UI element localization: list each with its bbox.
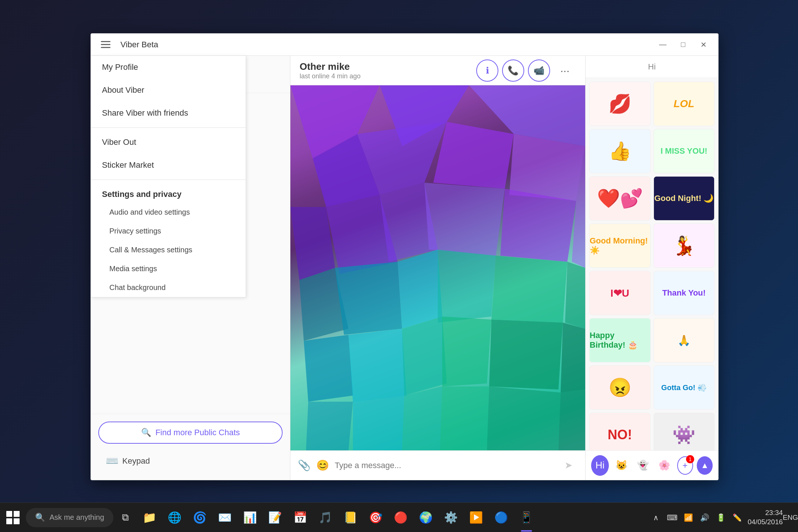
maximize-button[interactable]: □	[674, 37, 692, 52]
svg-marker-26	[353, 396, 404, 450]
time-display: 23:34	[748, 508, 783, 518]
menu-media[interactable]: Media settings	[91, 259, 246, 278]
taskbar-app3[interactable]: 🔴	[389, 503, 413, 532]
tray-pen[interactable]: ✏️	[731, 511, 744, 524]
taskbar: 🔍 Ask me anything ⧉ 📁 🌐 🌀 ✉️ 📊 📝 📅 🎵 📒 🎯…	[0, 502, 798, 532]
more-button[interactable]: ···	[554, 59, 576, 82]
system-tray: ∧ ⌨ 📶 🔊 🔋 ✏️	[646, 511, 748, 524]
sticker-please[interactable]: 🙏	[654, 318, 715, 362]
svg-marker-24	[561, 323, 586, 392]
menu-call-messages[interactable]: Call & Messages settings	[91, 241, 246, 259]
sticker-angry[interactable]: 😠	[589, 365, 651, 410]
svg-marker-28	[440, 386, 489, 450]
sticker-monster[interactable]: 👾	[654, 413, 715, 450]
taskbar-app2[interactable]: 🎯	[364, 503, 388, 532]
taskbar-notepad[interactable]: 📒	[339, 503, 362, 532]
title-bar: Viber Beta — □ ✕	[91, 34, 718, 56]
taskbar-calendar[interactable]: 📅	[289, 503, 312, 532]
taskbar-app1[interactable]: 🎵	[314, 503, 337, 532]
sticker-hi[interactable]: 👍	[589, 129, 651, 173]
tray-power[interactable]: 🔋	[715, 511, 728, 524]
message-input[interactable]	[335, 461, 554, 470]
tray-arrow[interactable]: ∧	[649, 511, 663, 524]
chat-area: Other mike last online 4 min ago ℹ 📞 📹 ·…	[290, 56, 585, 480]
taskbar-ie[interactable]: 🌀	[188, 503, 212, 532]
attachment-icon[interactable]: 📎	[298, 459, 311, 471]
svg-marker-17	[491, 256, 567, 323]
sticker-goodmorning[interactable]: Good Morning! ☀️	[589, 224, 651, 268]
sticker-dance[interactable]: 💃	[654, 224, 715, 268]
menu-privacy[interactable]: Privacy settings	[91, 222, 246, 241]
taskbar-chrome[interactable]: 🌍	[414, 503, 438, 532]
emoji-icon[interactable]: 😊	[316, 459, 329, 471]
sticker-lips[interactable]: 💋	[589, 82, 651, 126]
menu-viber-out[interactable]: Viber Out	[91, 131, 246, 154]
chat-input-bar: 📎 😊 ➤	[290, 450, 585, 480]
menu-about-viber[interactable]: About Viber	[91, 79, 246, 102]
menu-chat-background[interactable]: Chat background	[91, 278, 246, 297]
sticker-add-button[interactable]: + 1	[677, 456, 693, 475]
windows-button[interactable]	[0, 503, 26, 532]
chat-bg-svg	[290, 85, 585, 450]
svg-marker-30	[558, 389, 585, 450]
sticker-lol[interactable]: LOL	[654, 82, 715, 126]
app-title: Viber Beta	[120, 40, 158, 50]
find-public-chats-button[interactable]: 🔍 Find more Public Chats	[98, 422, 283, 444]
taskbar-powerpoint[interactable]: 📊	[238, 503, 262, 532]
sticker-birthday[interactable]: Happy Birthday! 🎂	[589, 318, 651, 362]
windows-logo	[6, 511, 20, 524]
menu-audio-video[interactable]: Audio and video settings	[91, 203, 246, 222]
menu-button[interactable]	[96, 35, 115, 54]
svg-marker-27	[402, 386, 442, 450]
taskbar-time[interactable]: 23:34 04/05/2016	[748, 508, 783, 526]
tray-network[interactable]: 📶	[682, 511, 695, 524]
svg-marker-18	[565, 262, 585, 329]
tray-volume[interactable]: 🔊	[698, 511, 712, 524]
taskbar-edge[interactable]: 🌐	[163, 503, 187, 532]
sticker-miss[interactable]: I MISS YOU!	[654, 129, 715, 173]
chat-background	[290, 85, 585, 450]
cortana-search[interactable]: 🔍 Ask me anything	[26, 508, 113, 527]
sticker-love[interactable]: I❤U	[589, 271, 651, 315]
tray-keyboard[interactable]: ⌨	[666, 511, 679, 524]
send-button[interactable]: ➤	[559, 456, 578, 475]
taskbar-file-explorer[interactable]: 📁	[138, 503, 161, 532]
sticker-thankyou[interactable]: Thank You!	[654, 271, 715, 315]
sticker-hearts[interactable]: ❤️💕	[589, 176, 651, 221]
taskbar-language[interactable]: ENG	[783, 514, 798, 522]
minimize-button[interactable]: —	[654, 37, 672, 52]
chat-header: Other mike last online 4 min ago ℹ 📞 📹 ·…	[290, 56, 585, 85]
svg-marker-23	[489, 320, 563, 389]
date-display: 04/05/2016	[748, 518, 783, 527]
taskbar-word[interactable]: 📝	[263, 503, 287, 532]
taskbar-settings[interactable]: ⚙️	[439, 503, 463, 532]
search-icon: 🔍	[35, 513, 45, 522]
taskbar-viber[interactable]: 📱	[515, 503, 538, 532]
taskbar-apps: 📁 🌐 🌀 ✉️ 📊 📝 📅 🎵 📒 🎯 🔴 🌍 ⚙️ ▶️ 🔵 📱	[136, 503, 540, 532]
menu-share-viber[interactable]: Share Viber with friends	[91, 102, 246, 125]
sticker-tab-3[interactable]: 🌸	[655, 455, 673, 476]
taskbar-youtube[interactable]: ▶️	[464, 503, 488, 532]
sticker-tab-1[interactable]: 😺	[613, 455, 630, 476]
svg-marker-16	[438, 250, 496, 323]
menu-my-profile[interactable]: My Profile	[91, 56, 246, 79]
menu-settings-header: Settings and privacy	[91, 183, 246, 203]
sticker-goodnight[interactable]: Good Night! 🌙	[654, 176, 715, 221]
video-button[interactable]: 📹	[528, 59, 550, 82]
sticker-gotta[interactable]: Gotta Go! 💨	[654, 365, 715, 410]
task-view-button[interactable]: ⧉	[115, 507, 136, 528]
sticker-scroll-up[interactable]: ▲	[697, 456, 713, 475]
chat-messages	[290, 85, 585, 450]
sticker-no[interactable]: NO!	[589, 413, 651, 450]
sticker-tab-2[interactable]: 👻	[634, 455, 652, 476]
hi-label: Hi	[648, 62, 656, 72]
call-button[interactable]: 📞	[502, 59, 524, 82]
taskbar-google-chrome[interactable]: 🔵	[490, 503, 513, 532]
menu-divider-2	[91, 180, 246, 180]
menu-sticker-market[interactable]: Sticker Market	[91, 154, 246, 177]
close-button[interactable]: ✕	[694, 37, 713, 52]
sticker-tab-hi[interactable]: Hi	[591, 455, 609, 476]
taskbar-mail[interactable]: ✉️	[213, 503, 237, 532]
info-button[interactable]: ℹ	[476, 59, 498, 82]
chat-actions: ℹ 📞 📹 ···	[476, 59, 576, 82]
